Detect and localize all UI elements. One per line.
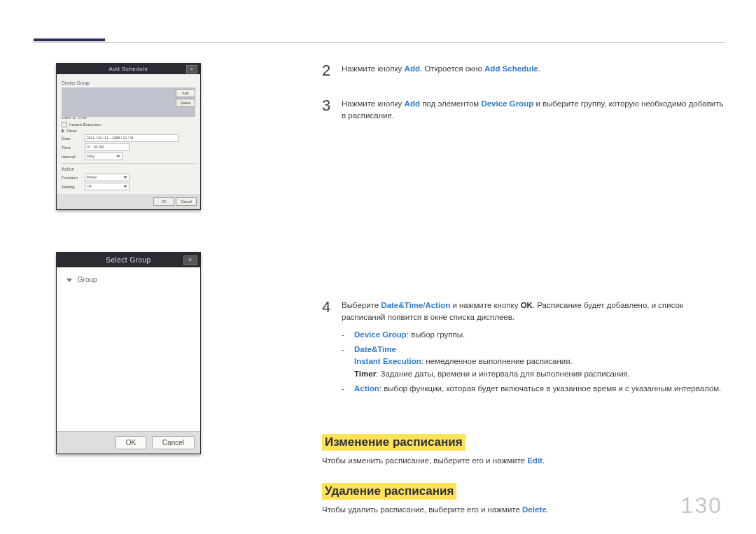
heading-edit-schedule: Изменение расписания bbox=[322, 434, 465, 451]
date-field[interactable]: 2011 / 04 / 11 ~ 2088 / 12 / 31 bbox=[85, 134, 178, 142]
interval-select[interactable]: Daily bbox=[85, 153, 122, 160]
add-schedule-title: Add Schedule × bbox=[57, 64, 200, 74]
sub-action-text: : выбор функции, которая будет включатьс… bbox=[379, 384, 722, 393]
instant-execution-label: Instant Execution bbox=[69, 122, 102, 127]
page-number: 130 bbox=[681, 493, 722, 519]
keyword-add: Add bbox=[405, 64, 420, 73]
step-2: 2 Нажмите кнопку Add. Откроется окно Add… bbox=[322, 63, 725, 78]
keyword-action: Action bbox=[425, 301, 450, 309]
step-3: 3 Нажмите кнопку Add под элементом Devic… bbox=[322, 98, 725, 121]
sub-device-group-text: : выбор группы. bbox=[407, 330, 465, 339]
function-select[interactable]: Power bbox=[85, 174, 130, 181]
close-icon[interactable]: × bbox=[183, 255, 197, 265]
heading-delete-schedule: Удаление расписания bbox=[322, 483, 456, 500]
chevron-down-icon[interactable] bbox=[66, 279, 72, 282]
time-label: Time bbox=[62, 146, 83, 150]
add-schedule-dialog: Add Schedule × Device Group Add Delete D… bbox=[56, 63, 201, 210]
delete-para-b: . bbox=[547, 505, 549, 514]
tree-root-item[interactable]: Group bbox=[78, 276, 97, 283]
step-2-text-b: . Откроется окно bbox=[420, 64, 484, 73]
sub-timer-text: : Задание даты, времени и интервала для … bbox=[376, 370, 630, 378]
date-label: Date bbox=[62, 136, 83, 141]
edit-para-a: Чтобы изменить расписание, выберите его … bbox=[322, 456, 527, 465]
instant-execution-row[interactable]: Instant Execution bbox=[62, 122, 195, 127]
cancel-button[interactable]: Cancel bbox=[176, 197, 197, 206]
step-3-text-b: под элементом bbox=[420, 99, 481, 108]
setting-label: Setting bbox=[62, 185, 83, 189]
step-number: 2 bbox=[322, 63, 342, 78]
cancel-button[interactable]: Cancel bbox=[152, 436, 195, 449]
sub-instant-execution-label: Instant Execution bbox=[354, 357, 421, 365]
add-schedule-title-text: Add Schedule bbox=[109, 66, 148, 72]
step-4-text-a: Выберите bbox=[342, 301, 381, 309]
step-2-text-a: Нажмите кнопку bbox=[342, 64, 405, 73]
keyword-device-group: Device Group bbox=[481, 99, 533, 108]
delete-button[interactable]: Delete bbox=[176, 99, 195, 107]
delete-para-a: Чтобы удалить расписание, выберите его и… bbox=[322, 505, 522, 514]
sub-instant-execution-text: : немедленное выполнение расписания. bbox=[421, 357, 573, 365]
device-group-section-label: Device Group bbox=[62, 80, 195, 85]
step-4: 4 Выберите Date&Time/Action и нажмите кн… bbox=[322, 300, 725, 397]
sub-device-group-label: Device Group bbox=[354, 330, 407, 339]
function-label: Function bbox=[62, 176, 83, 180]
sub-datetime-label: Date&Time bbox=[354, 345, 396, 353]
ok-button[interactable]: OK bbox=[115, 436, 146, 449]
add-button[interactable]: Add bbox=[176, 89, 195, 97]
action-section-label: Action bbox=[62, 167, 195, 171]
interval-label: Interval bbox=[62, 155, 83, 159]
timer-label: Timer bbox=[66, 129, 77, 133]
step-3-text-a: Нажмите кнопку bbox=[342, 99, 405, 108]
keyword-ok: OK bbox=[521, 301, 533, 309]
keyword-edit: Edit bbox=[527, 456, 542, 465]
timer-row: Timer bbox=[62, 129, 195, 133]
select-group-title: Select Group × bbox=[57, 253, 200, 267]
close-icon[interactable]: × bbox=[186, 65, 197, 73]
keyword-add-schedule: Add Schedule bbox=[484, 64, 538, 73]
time-field[interactable]: 07 : 00 PM bbox=[85, 143, 130, 151]
step-2-text-c: . bbox=[538, 64, 540, 73]
step-number: 3 bbox=[322, 98, 342, 113]
step-4-text-b: и нажмите кнопку bbox=[450, 301, 520, 309]
setting-select[interactable]: Off bbox=[85, 183, 130, 190]
header-rule bbox=[34, 42, 725, 43]
step-number: 4 bbox=[322, 300, 342, 315]
edit-para-b: . bbox=[542, 456, 545, 465]
ok-button[interactable]: OK bbox=[153, 197, 174, 206]
header-tab bbox=[34, 38, 105, 41]
select-group-dialog: Select Group × Group OK Cancel bbox=[56, 252, 201, 454]
sub-action-label: Action bbox=[354, 384, 379, 393]
keyword-datetime: Date&Time bbox=[381, 301, 423, 309]
keyword-delete: Delete bbox=[522, 505, 547, 514]
select-group-title-text: Select Group bbox=[106, 256, 150, 264]
keyword-add: Add bbox=[405, 99, 420, 108]
sub-timer-label: Timer bbox=[354, 370, 376, 378]
